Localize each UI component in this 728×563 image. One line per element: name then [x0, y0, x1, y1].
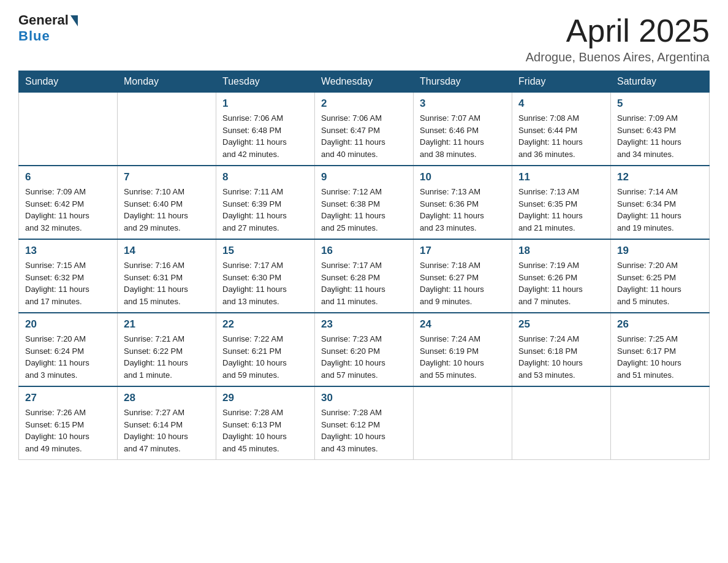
calendar-cell: 1Sunrise: 7:06 AMSunset: 6:48 PMDaylight… [216, 93, 315, 166]
day-info: Sunrise: 7:14 AMSunset: 6:34 PMDaylight:… [617, 186, 703, 234]
day-number: 27 [25, 392, 111, 404]
calendar-cell: 8Sunrise: 7:11 AMSunset: 6:39 PMDaylight… [216, 166, 315, 239]
calendar-cell [512, 386, 611, 460]
day-info: Sunrise: 7:28 AMSunset: 6:13 PMDaylight:… [222, 407, 308, 454]
calendar-cell: 29Sunrise: 7:28 AMSunset: 6:13 PMDayligh… [216, 386, 315, 460]
day-info: Sunrise: 7:24 AMSunset: 6:18 PMDaylight:… [518, 333, 604, 381]
day-info: Sunrise: 7:07 AMSunset: 6:46 PMDaylight:… [420, 112, 506, 160]
calendar-cell: 26Sunrise: 7:25 AMSunset: 6:17 PMDayligh… [611, 313, 710, 386]
calendar-cell: 18Sunrise: 7:19 AMSunset: 6:26 PMDayligh… [512, 239, 611, 313]
day-number: 26 [617, 318, 703, 331]
weekday-header-sunday: Sunday [19, 71, 118, 93]
calendar-cell: 19Sunrise: 7:20 AMSunset: 6:25 PMDayligh… [611, 239, 710, 313]
day-number: 29 [222, 392, 308, 404]
calendar-cell: 28Sunrise: 7:27 AMSunset: 6:14 PMDayligh… [118, 386, 216, 460]
day-info: Sunrise: 7:23 AMSunset: 6:20 PMDaylight:… [321, 333, 407, 381]
weekday-header-saturday: Saturday [611, 71, 710, 93]
day-info: Sunrise: 7:06 AMSunset: 6:47 PMDaylight:… [321, 112, 407, 160]
day-number: 10 [420, 171, 506, 183]
calendar-cell [19, 93, 118, 166]
day-number: 20 [25, 318, 111, 331]
day-number: 14 [124, 245, 210, 257]
day-number: 25 [518, 318, 604, 331]
day-number: 24 [420, 318, 506, 331]
day-number: 6 [25, 171, 111, 183]
day-number: 9 [321, 171, 407, 183]
day-number: 2 [321, 98, 407, 110]
day-info: Sunrise: 7:12 AMSunset: 6:38 PMDaylight:… [321, 186, 407, 234]
calendar-cell: 23Sunrise: 7:23 AMSunset: 6:20 PMDayligh… [315, 313, 414, 386]
day-number: 4 [518, 98, 604, 110]
calendar-cell: 6Sunrise: 7:09 AMSunset: 6:42 PMDaylight… [19, 166, 118, 239]
day-number: 23 [321, 318, 407, 331]
logo-arrow-icon [70, 15, 78, 26]
day-number: 12 [617, 171, 703, 183]
weekday-header-tuesday: Tuesday [216, 71, 315, 93]
title-section: April 2025 Adrogue, Buenos Aires, Argent… [526, 12, 710, 64]
calendar-cell: 2Sunrise: 7:06 AMSunset: 6:47 PMDaylight… [315, 93, 414, 166]
day-number: 16 [321, 245, 407, 257]
calendar-cell [414, 386, 512, 460]
day-number: 7 [124, 171, 210, 183]
day-info: Sunrise: 7:24 AMSunset: 6:19 PMDaylight:… [420, 333, 506, 381]
day-info: Sunrise: 7:17 AMSunset: 6:28 PMDaylight:… [321, 259, 407, 307]
day-number: 21 [124, 318, 210, 331]
day-number: 19 [617, 245, 703, 257]
calendar-cell [118, 93, 216, 166]
day-number: 8 [222, 171, 308, 183]
day-number: 28 [124, 392, 210, 404]
calendar-cell: 10Sunrise: 7:13 AMSunset: 6:36 PMDayligh… [414, 166, 512, 239]
day-info: Sunrise: 7:13 AMSunset: 6:35 PMDaylight:… [518, 186, 604, 234]
day-number: 18 [518, 245, 604, 257]
logo-general-text: General [18, 12, 69, 28]
day-number: 17 [420, 245, 506, 257]
calendar-cell: 17Sunrise: 7:18 AMSunset: 6:27 PMDayligh… [414, 239, 512, 313]
weekday-header-wednesday: Wednesday [315, 71, 414, 93]
day-info: Sunrise: 7:25 AMSunset: 6:17 PMDaylight:… [617, 333, 703, 381]
day-info: Sunrise: 7:09 AMSunset: 6:43 PMDaylight:… [617, 112, 703, 160]
calendar-cell: 4Sunrise: 7:08 AMSunset: 6:44 PMDaylight… [512, 93, 611, 166]
day-number: 5 [617, 98, 703, 110]
day-number: 15 [222, 245, 308, 257]
day-info: Sunrise: 7:19 AMSunset: 6:26 PMDaylight:… [518, 259, 604, 307]
calendar-cell: 14Sunrise: 7:16 AMSunset: 6:31 PMDayligh… [118, 239, 216, 313]
location-title: Adrogue, Buenos Aires, Argentina [526, 50, 710, 64]
day-number: 1 [222, 98, 308, 110]
day-number: 22 [222, 318, 308, 331]
calendar-cell: 21Sunrise: 7:21 AMSunset: 6:22 PMDayligh… [118, 313, 216, 386]
day-number: 3 [420, 98, 506, 110]
day-info: Sunrise: 7:20 AMSunset: 6:25 PMDaylight:… [617, 259, 703, 307]
calendar-cell: 7Sunrise: 7:10 AMSunset: 6:40 PMDaylight… [118, 166, 216, 239]
weekday-header-thursday: Thursday [414, 71, 512, 93]
logo-blue-text: Blue [18, 28, 50, 44]
calendar-cell: 27Sunrise: 7:26 AMSunset: 6:15 PMDayligh… [19, 386, 118, 460]
calendar-cell: 22Sunrise: 7:22 AMSunset: 6:21 PMDayligh… [216, 313, 315, 386]
weekday-header-friday: Friday [512, 71, 611, 93]
day-info: Sunrise: 7:10 AMSunset: 6:40 PMDaylight:… [124, 186, 210, 234]
page-header: General Blue April 2025 Adrogue, Buenos … [18, 12, 710, 64]
calendar-cell: 3Sunrise: 7:07 AMSunset: 6:46 PMDaylight… [414, 93, 512, 166]
calendar-cell: 30Sunrise: 7:28 AMSunset: 6:12 PMDayligh… [315, 386, 414, 460]
day-info: Sunrise: 7:21 AMSunset: 6:22 PMDaylight:… [124, 333, 210, 381]
calendar-cell: 16Sunrise: 7:17 AMSunset: 6:28 PMDayligh… [315, 239, 414, 313]
calendar-cell: 5Sunrise: 7:09 AMSunset: 6:43 PMDaylight… [611, 93, 710, 166]
day-info: Sunrise: 7:17 AMSunset: 6:30 PMDaylight:… [222, 259, 308, 307]
day-info: Sunrise: 7:26 AMSunset: 6:15 PMDaylight:… [25, 407, 111, 454]
calendar-cell: 25Sunrise: 7:24 AMSunset: 6:18 PMDayligh… [512, 313, 611, 386]
day-number: 30 [321, 392, 407, 404]
day-info: Sunrise: 7:22 AMSunset: 6:21 PMDaylight:… [222, 333, 308, 381]
month-title: April 2025 [526, 12, 710, 49]
day-info: Sunrise: 7:28 AMSunset: 6:12 PMDaylight:… [321, 407, 407, 454]
calendar-cell: 13Sunrise: 7:15 AMSunset: 6:32 PMDayligh… [19, 239, 118, 313]
day-info: Sunrise: 7:20 AMSunset: 6:24 PMDaylight:… [25, 333, 111, 381]
calendar-cell: 9Sunrise: 7:12 AMSunset: 6:38 PMDaylight… [315, 166, 414, 239]
day-info: Sunrise: 7:13 AMSunset: 6:36 PMDaylight:… [420, 186, 506, 234]
day-number: 11 [518, 171, 604, 183]
day-info: Sunrise: 7:09 AMSunset: 6:42 PMDaylight:… [25, 186, 111, 234]
calendar-table: SundayMondayTuesdayWednesdayThursdayFrid… [18, 71, 710, 460]
calendar-cell: 20Sunrise: 7:20 AMSunset: 6:24 PMDayligh… [19, 313, 118, 386]
logo: General Blue [18, 12, 78, 44]
day-info: Sunrise: 7:06 AMSunset: 6:48 PMDaylight:… [222, 112, 308, 160]
calendar-cell: 11Sunrise: 7:13 AMSunset: 6:35 PMDayligh… [512, 166, 611, 239]
calendar-cell: 24Sunrise: 7:24 AMSunset: 6:19 PMDayligh… [414, 313, 512, 386]
